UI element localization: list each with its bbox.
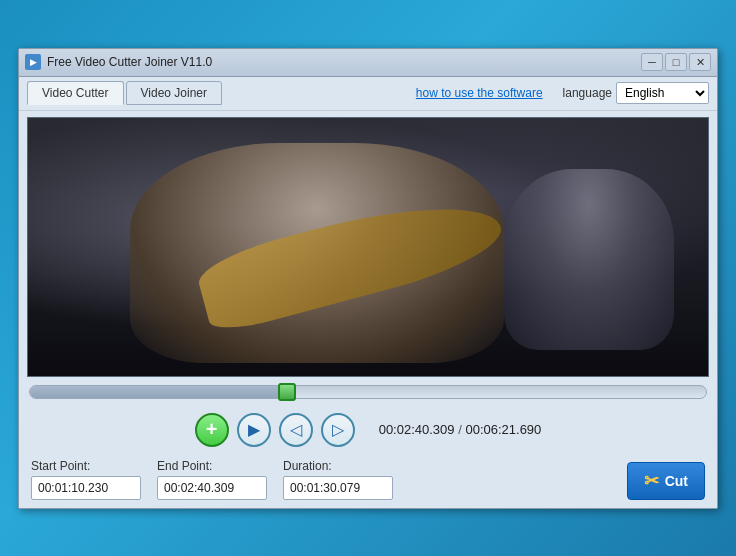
end-mark-icon: ▷ [332,420,344,439]
current-time: 00:02:40.309 [379,422,455,437]
start-mark-button[interactable]: ◁ [279,413,313,447]
progress-fill [30,386,287,398]
progress-bar-area [27,381,709,403]
title-bar-buttons: ─ □ ✕ [641,53,711,71]
controls-row: + ▶ ◁ ▷ 00:02:40.309 / 00:06:21.690 [27,409,709,451]
main-window: ▶ Free Video Cutter Joiner V11.0 ─ □ ✕ V… [18,48,718,509]
add-icon: + [206,418,218,441]
figure-background [504,169,674,350]
time-display: 00:02:40.309 / 00:06:21.690 [379,422,542,437]
progress-handle[interactable] [278,383,296,401]
help-link[interactable]: how to use the software [416,86,543,100]
language-label: language [563,86,612,100]
end-mark-button[interactable]: ▷ [321,413,355,447]
fields-row: Start Point: End Point: Duration: ✂ Cut [27,459,709,500]
close-button[interactable]: ✕ [689,53,711,71]
video-display[interactable] [27,117,709,377]
app-icon: ▶ [25,54,41,70]
end-point-group: End Point: [157,459,267,500]
maximize-button[interactable]: □ [665,53,687,71]
total-time: 00:06:21.690 [465,422,541,437]
start-point-label: Start Point: [31,459,141,473]
menu-bar: Video Cutter Video Joiner how to use the… [19,77,717,111]
start-point-input[interactable] [31,476,141,500]
play-icon: ▶ [248,420,260,439]
window-title: Free Video Cutter Joiner V11.0 [47,55,641,69]
cut-button[interactable]: ✂ Cut [627,462,705,500]
progress-track[interactable] [29,385,707,399]
title-bar: ▶ Free Video Cutter Joiner V11.0 ─ □ ✕ [19,49,717,77]
scissors-icon: ✂ [644,470,659,492]
language-select[interactable]: English Español Français Deutsch 中文 [616,82,709,104]
duration-input[interactable] [283,476,393,500]
duration-group: Duration: [283,459,393,500]
play-button[interactable]: ▶ [237,413,271,447]
duration-label: Duration: [283,459,393,473]
add-button[interactable]: + [195,413,229,447]
start-mark-icon: ◁ [290,420,302,439]
video-frame [28,118,708,376]
tab-video-cutter[interactable]: Video Cutter [27,81,124,105]
video-scene [28,118,708,376]
end-point-input[interactable] [157,476,267,500]
minimize-button[interactable]: ─ [641,53,663,71]
tab-video-joiner[interactable]: Video Joiner [126,81,223,105]
content-area: + ▶ ◁ ▷ 00:02:40.309 / 00:06:21.690 Star… [19,111,717,508]
start-point-group: Start Point: [31,459,141,500]
end-point-label: End Point: [157,459,267,473]
cut-button-label: Cut [665,473,688,489]
